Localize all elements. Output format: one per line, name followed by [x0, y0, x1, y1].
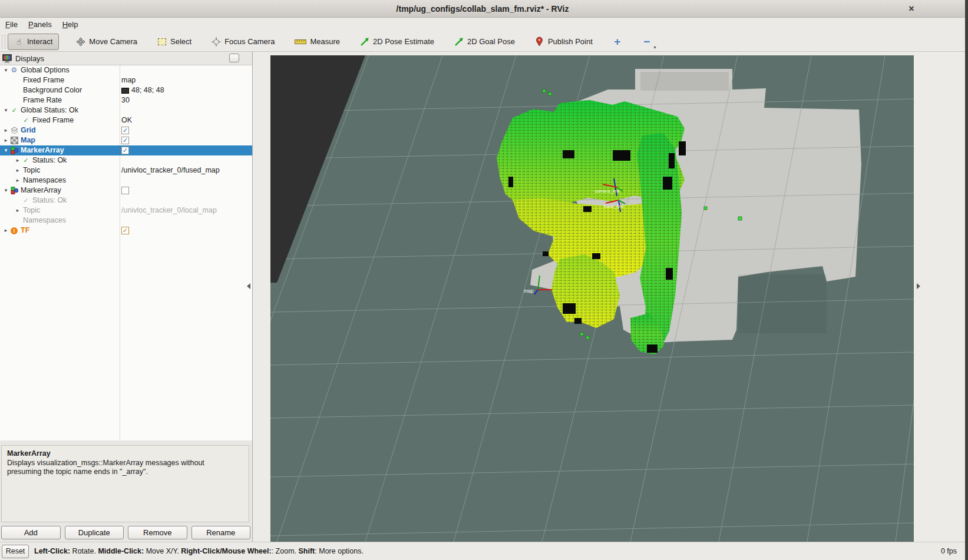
tree-row-label: Topic	[21, 206, 40, 216]
tree-row-0-global-options[interactable]: ▾⚙Global Options	[0, 65, 252, 75]
add-button[interactable]: Add	[1, 526, 61, 539]
tree-row-value[interactable]: 48; 48; 48	[131, 85, 164, 95]
tree-row-14-topic[interactable]: ▸Topic/univloc_tracker_0/local_map	[0, 206, 252, 216]
collapse-right-arrow-icon[interactable]	[917, 283, 920, 289]
tree-row-label: Fixed Frame	[21, 75, 64, 85]
tree-row-5-fixed-frame[interactable]: ✓Fixed FrameOK	[0, 115, 252, 125]
menu-help[interactable]: Help	[57, 18, 84, 31]
enabled-checkbox[interactable]	[121, 227, 129, 234]
tree-row-label: Map	[19, 135, 35, 145]
move-camera-icon	[76, 37, 85, 47]
dropdown-caret-icon[interactable]: ▼	[653, 45, 657, 49]
panel-horizontal-splitter[interactable]	[0, 440, 252, 445]
map-shade-patch	[640, 72, 729, 91]
expander-icon[interactable]: ▸	[14, 155, 21, 165]
expander-icon[interactable]: ▾	[2, 185, 9, 195]
collapse-left-arrow-icon[interactable]	[247, 283, 250, 289]
tree-row-8-markerarray[interactable]: ▾MarkerArray	[0, 145, 252, 155]
tree-row-4-global-status-ok[interactable]: ▾✓Global Status: Ok	[0, 105, 252, 115]
tf-label-camera: camera_link	[594, 188, 620, 194]
enabled-checkbox[interactable]	[121, 137, 129, 144]
expander-icon[interactable]: ▸	[2, 135, 9, 145]
enabled-checkbox[interactable]	[121, 187, 129, 194]
tree-row-label: Status: Ok	[31, 155, 67, 165]
tool-publish-point[interactable]: Publish Point	[528, 33, 599, 50]
close-icon[interactable]: ×	[904, 0, 919, 18]
panel-viewport-splitter[interactable]	[252, 52, 253, 542]
tree-row-9-status-ok[interactable]: ▸✓Status: Ok	[0, 155, 252, 165]
expander-icon[interactable]: ▸	[2, 125, 9, 135]
tree-row-2-background-color[interactable]: Background Color48; 48; 48	[0, 85, 252, 95]
tree-row-value[interactable]: map	[121, 75, 136, 85]
expander-icon[interactable]: ▸	[2, 226, 9, 236]
tree-row-value[interactable]: 30	[121, 95, 130, 105]
focus-crosshair-icon	[212, 37, 221, 47]
displays-panel-header[interactable]: Displays	[0, 52, 252, 65]
tool-2d-pose-estimate[interactable]: 2D Pose Estimate	[353, 34, 441, 50]
rename-button[interactable]: Rename	[191, 526, 251, 539]
tree-row-value[interactable]: OK	[121, 115, 132, 125]
tool-interact[interactable]: ☝Interact	[8, 34, 59, 50]
title-bar[interactable]: /tmp/ug_configs/collab_slam_fm.rviz* - R…	[0, 0, 965, 18]
tool-label: Interact	[27, 37, 52, 46]
tree-row-7-map[interactable]: ▸Map	[0, 135, 252, 145]
toolbar: ☝InteractMove CameraSelectFocus CameraMe…	[0, 32, 965, 52]
menu-panels[interactable]: Panels	[23, 18, 57, 31]
expander-icon[interactable]: ▾	[2, 105, 9, 115]
tool-2d-goal-pose[interactable]: 2D Goal Pose	[448, 34, 521, 50]
tool-[interactable]: +	[606, 34, 629, 49]
check-icon: ✓	[21, 115, 31, 125]
hand-cursor-icon: ☝	[14, 37, 24, 47]
tree-row-3-frame-rate[interactable]: Frame Rate30	[0, 95, 252, 105]
mouse-help-text: Left-Click: Rotate. Middle-Click: Move X…	[34, 542, 364, 560]
tree-row-15-namespaces[interactable]: Namespaces	[0, 216, 252, 226]
tree-row-6-grid[interactable]: ▸Grid	[0, 125, 252, 135]
3d-viewport[interactable]: map camera_link base_link	[270, 55, 914, 542]
color-swatch[interactable]	[121, 88, 129, 94]
duplicate-button[interactable]: Duplicate	[65, 526, 124, 539]
reset-button[interactable]: Reset	[2, 545, 29, 558]
minus-icon: −	[642, 38, 652, 46]
tool-label: 2D Pose Estimate	[373, 37, 434, 46]
tree-row-label: Global Status: Ok	[19, 105, 78, 115]
warning-icon: !	[9, 227, 19, 234]
enabled-checkbox[interactable]	[121, 147, 129, 154]
selection-box-icon	[157, 38, 167, 45]
goal-arrow-icon	[454, 37, 464, 47]
panel-float-button[interactable]	[229, 54, 239, 62]
remove-button[interactable]: Remove	[128, 526, 187, 539]
tool-select[interactable]: Select	[151, 34, 198, 49]
expander-icon[interactable]: ▸	[14, 175, 21, 185]
menu-file[interactable]: File	[0, 18, 23, 31]
toolbar-grip[interactable]	[2, 35, 5, 49]
expander-icon[interactable]: ▸	[14, 165, 21, 175]
displays-panel-buttons: AddDuplicateRemoveRename	[1, 526, 250, 539]
plus-icon: +	[613, 38, 622, 46]
check-icon: ✓	[21, 155, 31, 165]
rviz-window: /tmp/ug_configs/collab_slam_fm.rviz* - R…	[0, 0, 968, 560]
enabled-checkbox[interactable]	[121, 127, 129, 134]
tree-row-11-namespaces[interactable]: ▸Namespaces	[0, 175, 252, 185]
tool-move-camera[interactable]: Move Camera	[70, 34, 144, 50]
tree-row-10-topic[interactable]: ▸Topic/univloc_tracker_0/fused_map	[0, 165, 252, 175]
pose-arrow-icon	[360, 37, 369, 47]
tree-row-13-status-ok[interactable]: ✓Status: Ok	[0, 195, 252, 206]
tool-[interactable]: −▼	[636, 34, 658, 49]
expander-icon[interactable]: ▾	[2, 65, 9, 75]
tree-row-value[interactable]: /univloc_tracker_0/fused_map	[121, 165, 220, 175]
tree-row-label: TF	[19, 226, 29, 236]
tool-focus-camera[interactable]: Focus Camera	[205, 34, 281, 50]
window-title: /tmp/ug_configs/collab_slam_fm.rviz* - R…	[0, 0, 965, 18]
marker-array-icon	[9, 147, 19, 154]
tree-row-16-tf[interactable]: ▸!TF	[0, 226, 252, 236]
tree-row-12-markerarray[interactable]: ▾MarkerArray	[0, 185, 252, 195]
expander-icon[interactable]: ▾	[2, 145, 9, 155]
tree-row-value[interactable]: /univloc_tracker_0/local_map	[121, 206, 217, 216]
tool-measure[interactable]: Measure	[288, 34, 346, 49]
expander-icon[interactable]: ▸	[14, 206, 21, 216]
displays-panel: Displays ▾⚙Global OptionsFixed FramemapB…	[0, 52, 252, 542]
tool-label: 2D Goal Pose	[467, 37, 515, 46]
tree-row-1-fixed-frame[interactable]: Fixed Framemap	[0, 75, 252, 85]
description-body: Displays visualization_msgs::MarkerArray…	[7, 459, 224, 477]
tool-label: Select	[170, 37, 191, 46]
